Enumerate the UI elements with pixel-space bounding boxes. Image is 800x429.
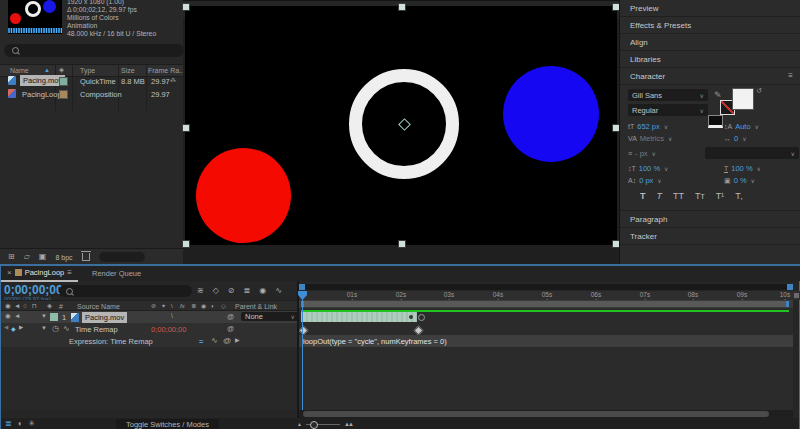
fill-color-swatch[interactable] bbox=[732, 88, 754, 110]
expression-enable-icon[interactable]: = bbox=[199, 337, 203, 346]
selection-handle-bottom-left[interactable] bbox=[182, 240, 190, 248]
frame-blending-icon[interactable]: ≣ bbox=[244, 286, 251, 295]
leading-control[interactable]: ↕A Auto∨ bbox=[724, 122, 759, 131]
expression-language-icon[interactable]: ▶ bbox=[235, 337, 240, 343]
collapse-switch-icon[interactable]: ✦ bbox=[161, 303, 166, 309]
horizontal-scale-control[interactable]: T 100 %∨ bbox=[724, 164, 761, 173]
toggle-switches-modes-button[interactable]: Toggle Switches / Modes bbox=[116, 419, 219, 429]
label-color-chip[interactable] bbox=[59, 77, 68, 86]
all-caps-button[interactable]: TT bbox=[673, 191, 684, 201]
stroke-width-control[interactable]: ≡ - px∨ bbox=[628, 149, 656, 158]
font-family-dropdown[interactable]: Gill Sans∨ ✎ bbox=[628, 89, 725, 101]
layer-duration-bar[interactable] bbox=[301, 312, 417, 322]
draft-3d-icon[interactable]: ◇ bbox=[213, 286, 219, 295]
panel-tracker[interactable]: Tracker bbox=[620, 228, 800, 245]
tab-pacingloop[interactable]: × PacingLoop ≡ bbox=[1, 265, 78, 282]
tracking-control[interactable]: ↔ 0∨ bbox=[724, 134, 747, 143]
mini-flowchart-icon[interactable]: ≋ bbox=[197, 286, 204, 295]
layer-color-chip[interactable] bbox=[50, 313, 58, 321]
fx-switch-icon[interactable]: fx bbox=[180, 303, 185, 309]
keyframe-at-time-icon[interactable]: ◆ bbox=[11, 325, 16, 332]
shy-switch-icon[interactable]: ⊘ bbox=[151, 303, 156, 309]
comp-name[interactable]: PacingLoop bbox=[22, 90, 62, 99]
disclosure-triangle-icon[interactable]: ▼ bbox=[41, 313, 47, 319]
red-circle-shape[interactable] bbox=[196, 148, 291, 243]
tsume-control[interactable]: ▣ 0 %∨ bbox=[724, 176, 755, 185]
eye-icon[interactable]: ◉ bbox=[5, 313, 11, 320]
zoom-out-mountain-icon[interactable]: ▲ bbox=[297, 422, 302, 427]
remap-hold-indicator[interactable] bbox=[418, 314, 425, 321]
time-remap-property-row[interactable]: ◀ ◆ ▶ ▼ ◷ ∿ Time Remap 0;00;00;00 @ bbox=[1, 323, 298, 335]
project-row-pacingloop[interactable]: PacingLoop Composition 29.97 bbox=[0, 87, 183, 100]
audio-icon[interactable]: ◄ bbox=[14, 303, 20, 310]
sort-ascending-icon[interactable]: ▲ bbox=[44, 67, 50, 73]
column-type[interactable]: Type bbox=[80, 67, 95, 74]
label-color-chip[interactable] bbox=[59, 90, 68, 99]
panel-paragraph[interactable]: Paragraph bbox=[620, 211, 800, 228]
font-style-dropdown[interactable]: Regular∨ bbox=[628, 104, 708, 116]
panel-character-header[interactable]: Character ≡ bbox=[620, 68, 800, 85]
expand-transfer-pane-icon[interactable]: ≣ bbox=[5, 420, 12, 428]
small-caps-button[interactable]: Tᴛ bbox=[695, 191, 705, 201]
timeline-search-field[interactable] bbox=[59, 285, 192, 297]
timeline-navigator[interactable] bbox=[299, 284, 793, 290]
tab-render-queue[interactable]: Render Queue bbox=[92, 269, 141, 278]
comp-marker-bin[interactable] bbox=[793, 291, 800, 300]
selection-handle-top-left[interactable] bbox=[182, 3, 190, 11]
eyedropper-icon[interactable]: ✎ bbox=[714, 90, 722, 100]
selection-handle-top-center[interactable] bbox=[398, 3, 406, 11]
scrollbar-thumb[interactable] bbox=[303, 411, 769, 417]
new-composition-icon[interactable]: ▣ bbox=[39, 253, 47, 261]
zoom-slider-knob[interactable] bbox=[310, 421, 318, 429]
graph-icon[interactable]: ∿ bbox=[63, 325, 70, 333]
layer-name-selected[interactable]: Pacing.mov bbox=[82, 312, 127, 323]
graph-editor-icon[interactable]: ∿ bbox=[275, 286, 282, 295]
column-frame-rate[interactable]: Frame Ra.. bbox=[148, 67, 183, 74]
current-timecode[interactable]: 0;00;00;00 bbox=[4, 283, 63, 297]
next-keyframe-icon[interactable]: ▶ bbox=[19, 325, 23, 331]
quality-switch[interactable]: \ bbox=[171, 313, 173, 320]
prev-keyframe-icon[interactable]: ◀ bbox=[4, 325, 8, 331]
expression-code[interactable]: loopOut(type = "cycle", numKeyframes = 0… bbox=[303, 337, 447, 346]
work-area-end-handle[interactable] bbox=[786, 301, 789, 307]
kerning-control[interactable]: VA Metrics∨ bbox=[628, 134, 672, 143]
horizontal-scrollbar[interactable] bbox=[299, 410, 793, 418]
timeline-zoom-slider[interactable]: ▲ ▲▲ bbox=[297, 418, 352, 429]
panel-effects-presets[interactable]: Effects & Presets bbox=[620, 17, 800, 34]
property-name[interactable]: Time Remap bbox=[75, 325, 118, 334]
frame-blend-switch-icon[interactable]: ≣ bbox=[191, 303, 196, 309]
superscript-button[interactable]: T¹ bbox=[716, 191, 725, 201]
zoom-slider-track[interactable] bbox=[306, 424, 340, 425]
panel-preview[interactable]: Preview bbox=[620, 0, 800, 17]
blue-circle-shape[interactable] bbox=[503, 66, 599, 162]
new-folder-icon[interactable]: ▱ bbox=[24, 253, 30, 261]
keyframe-diamond-end[interactable] bbox=[414, 326, 424, 336]
property-value[interactable]: 0;00;00;00 bbox=[151, 325, 186, 334]
eye-icon[interactable]: ◉ bbox=[5, 303, 11, 310]
navigator-start-handle[interactable] bbox=[299, 284, 305, 290]
layer-row[interactable]: ◉ ◄ ▼ 1 Pacing.mov \ @ None∨ bbox=[1, 311, 298, 323]
audio-icon[interactable]: ◄ bbox=[14, 313, 20, 320]
composition-canvas[interactable] bbox=[185, 6, 617, 245]
label-color-icon[interactable]: ◈ bbox=[47, 303, 52, 310]
motion-blur-icon[interactable]: ◉ bbox=[259, 286, 266, 295]
zoom-in-mountain-icon[interactable]: ▲▲ bbox=[344, 421, 352, 427]
expression-graph-icon[interactable]: ∿ bbox=[211, 337, 218, 345]
hide-shy-layers-icon[interactable]: ⊘ bbox=[228, 286, 235, 295]
selection-handle-mid-left[interactable] bbox=[182, 124, 190, 132]
stopwatch-icon[interactable]: ◷ bbox=[52, 325, 59, 333]
expression-pickwhip-icon[interactable]: @ bbox=[223, 337, 231, 345]
three-d-switch-icon[interactable]: ◇ bbox=[221, 303, 226, 309]
label-color-icon[interactable]: ◈ bbox=[59, 67, 64, 74]
expand-render-pane-icon[interactable]: ✳ bbox=[29, 420, 36, 428]
baseline-shift-control[interactable]: A↕ 0 px∨ bbox=[628, 176, 662, 185]
motion-blur-switch-icon[interactable]: ◉ bbox=[201, 303, 206, 309]
lock-icon[interactable]: ⊓ bbox=[32, 303, 37, 310]
panel-menu-icon[interactable]: ≡ bbox=[67, 269, 72, 277]
column-name[interactable]: Name bbox=[10, 67, 29, 74]
column-source-name[interactable]: Source Name bbox=[77, 303, 120, 310]
adjustment-switch-icon[interactable]: ◐ bbox=[211, 303, 215, 309]
disclosure-triangle-icon[interactable]: ▼ bbox=[41, 325, 47, 331]
faux-italic-button[interactable]: T bbox=[657, 191, 663, 201]
panel-align[interactable]: Align bbox=[620, 34, 800, 51]
